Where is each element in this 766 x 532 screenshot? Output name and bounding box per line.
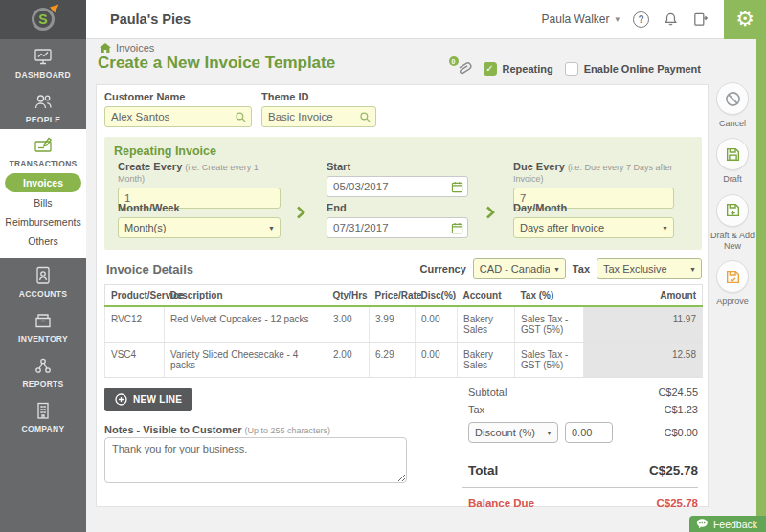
attachment-count-badge: 0 <box>449 56 459 66</box>
tax-mode-select[interactable]: Tax Exclusive ▼ <box>597 258 702 279</box>
balance-due-value: C$25.78 <box>657 498 698 509</box>
col-qty: Qty/Hrs <box>327 285 370 307</box>
draft-button[interactable]: Draft <box>716 138 749 185</box>
table-row[interactable]: VSC4 Variety Sliced Cheesecake - 4 packs… <box>105 343 703 378</box>
accounts-icon <box>33 265 54 286</box>
cell-description[interactable]: Variety Sliced Cheesecake - 4 packs <box>165 343 327 378</box>
inventory-icon <box>33 310 54 331</box>
sidebar-item-label: ACCOUNTS <box>19 289 68 299</box>
cell-disc[interactable]: 0.00 <box>416 343 458 378</box>
month-week-label: Month/Week <box>118 202 281 213</box>
currency-label: Currency <box>420 263 466 275</box>
draft-label: Draft <box>723 174 742 185</box>
customer-name-input[interactable] <box>104 106 252 127</box>
cell-tax[interactable]: Sales Tax - GST (5%) <box>515 343 584 378</box>
user-menu[interactable]: Paula Walker ▾ <box>542 12 620 26</box>
month-week-select[interactable]: Month(s) ▼ <box>118 217 281 238</box>
search-icon[interactable] <box>359 111 372 123</box>
cell-qty[interactable]: 3.00 <box>327 306 370 343</box>
calendar-icon[interactable] <box>451 222 463 234</box>
cell-description[interactable]: Red Velvet Cupcakes - 12 packs <box>165 306 327 343</box>
cell-amount: 12.58 <box>584 343 703 378</box>
cell-account[interactable]: Bakery Sales <box>458 343 515 378</box>
plus-circle-icon <box>115 393 127 406</box>
new-line-button[interactable]: NEW LINE <box>104 388 192 411</box>
attachments-button[interactable]: 0 <box>454 59 472 78</box>
sidebar-item-inventory[interactable]: INVENTORY <box>0 303 86 348</box>
theme-id-label: Theme ID <box>261 91 376 102</box>
people-icon <box>33 91 54 112</box>
breadcrumb[interactable]: Invoices <box>100 42 154 54</box>
repeating-checkbox[interactable]: ✓ Repeating <box>484 62 553 76</box>
feedback-label: Feedback <box>713 519 757 530</box>
sidebar-subitem-others[interactable]: Others <box>0 232 86 251</box>
flow-chevron-icon <box>485 206 495 219</box>
approve-button[interactable]: Approve <box>716 260 749 307</box>
discount-value-input[interactable] <box>565 422 613 443</box>
app-logo-icon: S <box>29 5 57 33</box>
start-label: Start <box>327 161 468 172</box>
cell-price[interactable]: 6.29 <box>370 343 416 378</box>
sidebar-item-dashboard[interactable]: DASHBOARD <box>0 39 86 84</box>
col-price: Price/Rate <box>370 285 416 307</box>
draft-add-new-button[interactable]: Draft & Add New <box>707 194 758 253</box>
search-icon[interactable] <box>235 111 247 123</box>
chevron-down-icon: ▾ <box>615 14 620 24</box>
table-row[interactable]: RVC12 Red Velvet Cupcakes - 12 packs 3.0… <box>105 306 703 343</box>
app-logo[interactable]: S <box>0 0 86 39</box>
total-label: Total <box>468 463 498 477</box>
col-description: Description <box>165 285 327 307</box>
calendar-icon[interactable] <box>451 181 463 193</box>
balance-due-label: Balance Due <box>468 498 534 509</box>
save-approve-icon <box>725 269 741 285</box>
tax-mode-label: Tax <box>573 263 590 275</box>
subtotal-label: Subtotal <box>468 387 507 398</box>
sidebar-subitem-bills[interactable]: Bills <box>0 193 86 212</box>
cell-price[interactable]: 3.99 <box>370 306 416 343</box>
save-draft-icon <box>725 146 741 163</box>
start-date-input[interactable] <box>327 176 468 197</box>
create-every-label: Create Every (i.e. Create every 1 Month) <box>118 161 281 184</box>
cell-account[interactable]: Bakery Sales <box>458 306 515 343</box>
notes-textarea[interactable] <box>104 437 407 483</box>
sidebar-subitem-invoices[interactable]: Invoices <box>5 173 81 192</box>
online-payment-checkbox[interactable]: Enable Online Payment <box>565 62 701 76</box>
tax-total-label: Tax <box>468 404 484 415</box>
draft-add-new-label: Draft & Add New <box>707 231 758 253</box>
save-add-new-icon <box>725 202 741 218</box>
sidebar-item-reports[interactable]: REPORTS <box>0 348 86 393</box>
sidebar-item-company[interactable]: COMPANY <box>0 393 86 438</box>
cell-disc[interactable]: 0.00 <box>416 306 458 343</box>
cancel-label: Cancel <box>719 119 746 129</box>
sidebar-item-accounts[interactable]: ACCOUNTS <box>0 258 86 303</box>
chevron-down-icon: ▼ <box>689 266 696 273</box>
sidebar-item-people[interactable]: PEOPLE <box>0 84 86 129</box>
export-page-icon[interactable] <box>692 11 709 28</box>
divider <box>462 487 698 488</box>
discount-type-select[interactable]: Discount (%) ▼ <box>468 422 558 443</box>
cell-qty[interactable]: 2.00 <box>327 343 370 378</box>
sidebar-item-label: INVENTORY <box>18 334 68 344</box>
cell-product[interactable]: VSC4 <box>105 343 165 378</box>
cell-tax[interactable]: Sales Tax - GST (5%) <box>515 306 584 343</box>
invoice-details-title: Invoice Details <box>106 262 193 277</box>
bell-icon[interactable] <box>663 11 679 28</box>
totals-panel: Subtotal C$24.55 Tax C$1.23 Discount (%)… <box>462 384 698 511</box>
checkbox-empty-icon <box>565 62 578 76</box>
cell-product[interactable]: RVC12 <box>105 306 165 343</box>
settings-button[interactable]: ⚙ <box>724 0 766 39</box>
repeating-invoice-section: Repeating Invoice Create Every (i.e. Cre… <box>104 137 702 250</box>
currency-select[interactable]: CAD - Canadian Dollar ▼ <box>473 258 566 279</box>
header-options: 0 ✓ Repeating Enable Online Payment <box>454 59 701 78</box>
checkbox-checked-icon: ✓ <box>484 62 497 76</box>
sidebar-subitem-reimbursements[interactable]: Reimbursements <box>0 212 86 232</box>
tax-total-value: C$1.23 <box>665 404 698 415</box>
feedback-button[interactable]: Feedback <box>689 516 766 532</box>
sidebar-item-transactions[interactable]: TRANSACTIONS <box>0 135 86 168</box>
dashboard-icon <box>33 46 54 67</box>
cancel-button[interactable]: Cancel <box>716 82 749 129</box>
day-month-select[interactable]: Days after Invoice ▼ <box>513 217 674 238</box>
end-date-input[interactable] <box>327 217 468 238</box>
user-name: Paula Walker <box>542 12 610 26</box>
help-icon[interactable]: ? <box>633 11 649 28</box>
